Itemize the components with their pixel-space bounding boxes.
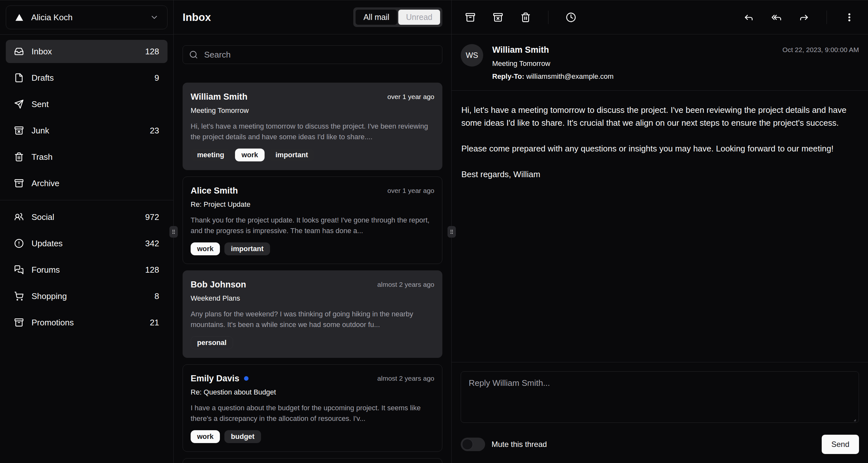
mail-list-item[interactable]: William Smith over 1 year ago Meeting To… — [183, 83, 442, 170]
mail-sender-name: Bob Johnson — [191, 279, 246, 290]
mail-list-panel: Inbox All mailUnread William Smith over … — [174, 0, 452, 463]
account-switcher[interactable]: Alicia Koch — [6, 5, 167, 29]
mail-snippet: Hi, let's have a meeting tomorrow to dis… — [191, 121, 434, 142]
mail-list-header: Inbox All mailUnread — [174, 0, 452, 34]
search-input[interactable] — [183, 45, 442, 64]
panel-resize-handle[interactable] — [447, 226, 456, 238]
label-badge-work: work — [191, 430, 220, 443]
mail-list-item[interactable]: Alice Smith over 1 year ago Re: Project … — [183, 177, 442, 264]
cart-icon — [14, 291, 24, 301]
reply-to-line: Reply-To: williamsmith@example.com — [492, 72, 614, 81]
label-badge-important: important — [224, 242, 270, 255]
avatar: WS — [461, 44, 483, 67]
archive-button[interactable] — [460, 7, 480, 28]
sidebar: Alicia Koch Inbox 128 Drafts 9 Sent Junk… — [0, 0, 174, 463]
reply-area: Mute this thread Send — [452, 362, 868, 463]
toolbar-left-group — [460, 7, 581, 28]
label-badge-work: work — [235, 149, 264, 161]
mail-time: almost 2 years ago — [377, 375, 434, 382]
mail-labels: meetingworkimportant — [191, 149, 434, 161]
archive-x-icon — [14, 126, 24, 135]
mail-subject: Re: Project Update — [191, 200, 434, 209]
archive-icon — [465, 12, 475, 23]
sidebar-item-social[interactable]: Social 972 — [6, 206, 167, 228]
sidebar-item-label: Trash — [31, 152, 53, 162]
mail-detail-panel: WS William Smith Meeting Tomorrow Reply-… — [452, 0, 868, 463]
more-vertical-button[interactable] — [839, 7, 860, 28]
archive-icon — [14, 179, 24, 188]
tab-all-mail[interactable]: All mail — [355, 10, 397, 25]
label-badge-personal: personal — [191, 336, 233, 349]
messages-icon — [14, 265, 24, 275]
mute-thread-toggle[interactable] — [461, 438, 485, 451]
mail-list-item[interactable]: Michael Wilson almost 2 years ago — [183, 458, 442, 463]
sidebar-item-count: 128 — [145, 265, 159, 275]
mail-time: over 1 year ago — [388, 93, 434, 101]
sidebar-item-label: Forums — [31, 265, 60, 275]
mail-labels: workimportant — [191, 242, 434, 255]
sidebar-item-updates[interactable]: Updates 342 — [6, 232, 167, 255]
trash-icon — [521, 12, 531, 23]
message-body: Hi, let's have a meeting tomorrow to dis… — [452, 91, 868, 362]
tab-unread[interactable]: Unread — [398, 10, 440, 25]
archive-x-icon — [493, 12, 503, 23]
mail-snippet: Any plans for the weekend? I was thinkin… — [191, 309, 434, 330]
search-area — [174, 34, 452, 72]
message-header: WS William Smith Meeting Tomorrow Reply-… — [452, 34, 868, 90]
mail-labels: personal — [191, 336, 434, 349]
sidebar-item-count: 972 — [145, 212, 159, 222]
label-badge-meeting: meeting — [191, 149, 230, 161]
mail-list-item[interactable]: Bob Johnson almost 2 years ago Weekend P… — [183, 270, 442, 358]
trash-icon — [14, 152, 24, 162]
label-badge-work: work — [191, 242, 220, 255]
sidebar-item-label: Shopping — [31, 291, 67, 301]
sidebar-item-count: 128 — [145, 47, 159, 57]
sidebar-item-drafts[interactable]: Drafts 9 — [6, 66, 167, 89]
sidebar-item-count: 23 — [150, 126, 159, 136]
reply-button[interactable] — [739, 7, 759, 28]
sidebar-item-archive[interactable]: Archive — [6, 172, 167, 195]
sidebar-item-shopping[interactable]: Shopping 8 — [6, 284, 167, 308]
sidebar-item-label: Inbox — [31, 47, 52, 57]
sidebar-item-sent[interactable]: Sent — [6, 93, 167, 116]
mail-sender-name: William Smith — [191, 91, 248, 102]
mail-sender-name: Emily Davis — [191, 373, 240, 384]
sidebar-item-label: Drafts — [31, 73, 54, 83]
reply-all-button[interactable] — [766, 7, 787, 28]
message-date: Oct 22, 2023, 9:00:00 AM — [782, 44, 859, 54]
sidebar-item-promotions[interactable]: Promotions 21 — [6, 311, 167, 334]
detail-toolbar — [452, 0, 868, 34]
sidebar-item-label: Social — [31, 212, 54, 222]
reply-all-icon — [771, 12, 781, 23]
logo-triangle-icon — [14, 12, 24, 22]
sidebar-item-label: Archive — [31, 179, 60, 188]
mail-time: almost 2 years ago — [377, 281, 434, 288]
unread-dot — [244, 376, 248, 381]
mail-time: over 1 year ago — [388, 187, 434, 194]
send-button[interactable]: Send — [822, 435, 859, 454]
forward-icon — [799, 12, 809, 23]
sidebar-item-label: Updates — [31, 239, 63, 249]
mail-subject: Meeting Tomorrow — [191, 106, 434, 115]
sidebar-item-count: 9 — [155, 73, 159, 83]
sidebar-item-label: Sent — [31, 99, 49, 109]
reply-icon — [744, 12, 754, 23]
sidebar-item-forums[interactable]: Forums 128 — [6, 258, 167, 281]
clock-button[interactable] — [561, 7, 581, 28]
reply-textarea[interactable] — [461, 371, 859, 423]
panel-resize-handle[interactable] — [169, 226, 178, 238]
sidebar-item-junk[interactable]: Junk 23 — [6, 119, 167, 142]
more-vertical-icon — [844, 12, 855, 23]
clock-icon — [566, 12, 576, 23]
mail-snippet: I have a question about the budget for t… — [191, 403, 434, 424]
grip-vertical-icon — [449, 228, 455, 236]
sidebar-item-inbox[interactable]: Inbox 128 — [6, 40, 167, 63]
mail-list-item[interactable]: Emily Davis almost 2 years ago Re: Quest… — [183, 364, 442, 452]
forward-button[interactable] — [794, 7, 814, 28]
file-icon — [14, 73, 24, 83]
archive-x-button[interactable] — [488, 7, 508, 28]
label-badge-budget: budget — [224, 430, 261, 443]
sidebar-item-trash[interactable]: Trash — [6, 145, 167, 168]
alert-circle-icon — [14, 239, 24, 248]
trash-button[interactable] — [515, 7, 536, 28]
